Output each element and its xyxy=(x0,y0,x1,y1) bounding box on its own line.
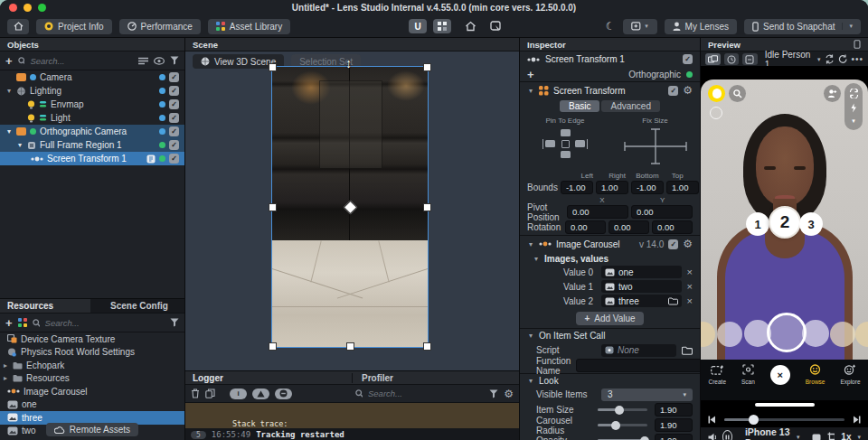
lens-carousel-item[interactable] xyxy=(855,322,868,347)
resource-row-folder[interactable]: ▸ Echopark xyxy=(0,359,184,372)
folder-icon[interactable] xyxy=(682,346,693,355)
preview-mode-device-icon[interactable] xyxy=(742,53,758,65)
remote-assets-button[interactable]: Remote Assets xyxy=(46,423,138,436)
step-forward-icon[interactable] xyxy=(852,416,861,424)
lens-carousel-item[interactable] xyxy=(701,322,715,347)
home-button[interactable] xyxy=(7,19,29,34)
collapse-arrow-icon[interactable]: ▾ xyxy=(527,87,534,95)
handle-bottom-left[interactable] xyxy=(269,342,277,351)
handle-bottom-right[interactable] xyxy=(423,342,431,351)
capture-home-icon[interactable] xyxy=(465,21,476,32)
rotation-x-input[interactable] xyxy=(565,220,606,234)
expand-arrow-icon[interactable]: ▾ xyxy=(5,127,13,136)
expand-arrow-icon[interactable]: ▾ xyxy=(5,87,13,95)
asset-library-button[interactable]: Asset Library xyxy=(208,19,290,34)
carousel-radius-input[interactable] xyxy=(655,418,693,432)
expand-arrow-icon[interactable]: ▸ xyxy=(2,361,9,370)
camera-view[interactable]: ▾ 1 2 3 xyxy=(701,80,868,360)
visibility-dot[interactable] xyxy=(159,155,165,162)
add-value-button[interactable]: + Add Value xyxy=(576,312,643,325)
object-row-full-frame-region[interactable]: ▾ Full Frame Region 1 xyxy=(0,138,184,152)
chevron-down-icon[interactable]: ▾ xyxy=(852,117,855,125)
reset-preview-icon[interactable] xyxy=(838,54,848,64)
remove-value-icon[interactable]: × xyxy=(687,267,693,277)
filter-funnel-icon[interactable] xyxy=(489,389,498,398)
object-row-light[interactable]: Light xyxy=(0,111,184,125)
pin-to-edge-widget[interactable]: Pin To Edge xyxy=(520,117,610,160)
add-panel-button[interactable]: ▾ xyxy=(623,19,657,34)
enabled-checkbox[interactable] xyxy=(169,86,179,96)
add-object-icon[interactable]: + xyxy=(5,54,13,68)
tab-profiler[interactable]: Profiler xyxy=(352,373,519,383)
select-tool-icon[interactable] xyxy=(490,21,502,32)
tree-view-icon[interactable] xyxy=(138,57,148,65)
handle-mid-left[interactable] xyxy=(269,203,277,211)
enabled-checkbox[interactable] xyxy=(169,72,179,82)
pin-left-icon[interactable] xyxy=(542,139,555,149)
enabled-checkbox[interactable] xyxy=(169,154,179,164)
visibility-dot[interactable] xyxy=(159,74,165,80)
images-values-header[interactable]: ▾ Images, values xyxy=(520,252,700,265)
send-options-chevron-icon[interactable]: ▾ xyxy=(842,23,853,30)
speaker-icon[interactable] xyxy=(708,433,716,440)
bounds-left-input[interactable] xyxy=(561,181,593,194)
visible-items-dropdown[interactable]: 3 ▾ xyxy=(601,389,693,401)
flip-camera-icon[interactable] xyxy=(849,89,859,98)
u-mode-button[interactable]: U xyxy=(409,19,427,33)
search-overlay-icon[interactable] xyxy=(729,85,746,102)
carousel-item-3[interactable]: 3 xyxy=(799,212,823,236)
enabled-checkbox[interactable] xyxy=(169,99,179,109)
clear-log-trash-icon[interactable] xyxy=(191,389,200,398)
visibility-dot[interactable] xyxy=(159,142,165,148)
visibility-eye-icon[interactable] xyxy=(154,57,165,65)
send-to-snapchat-button[interactable]: Send to Snapchat ▾ xyxy=(744,19,861,34)
bounds-right-input[interactable] xyxy=(596,181,628,194)
device-dropdown[interactable]: iPhone 13 Pro xyxy=(745,426,790,440)
collapse-arrow-icon[interactable]: ▾ xyxy=(527,377,534,385)
pin-center-icon[interactable] xyxy=(561,140,570,148)
theme-moon-icon[interactable]: ☾ xyxy=(606,20,616,33)
lens-carousel-item[interactable] xyxy=(802,320,829,347)
zoom-dropdown[interactable]: 1x xyxy=(841,432,851,440)
component-settings-gear-icon[interactable]: ⚙ xyxy=(683,238,693,250)
lens-carousel-item-active[interactable] xyxy=(767,313,807,352)
lens-carousel-item[interactable] xyxy=(717,322,742,347)
handle-top-left[interactable] xyxy=(269,63,277,71)
log-error-toggle[interactable] xyxy=(275,389,292,399)
log-warning-toggle[interactable] xyxy=(252,389,269,399)
object-enabled-checkbox[interactable] xyxy=(683,54,693,64)
resources-search[interactable] xyxy=(33,317,165,329)
object-row-lighting[interactable]: ▾ Lighting xyxy=(0,84,184,98)
visibility-dot[interactable] xyxy=(159,128,165,135)
pivot-x-input[interactable] xyxy=(567,205,628,219)
visibility-dot[interactable] xyxy=(159,101,165,108)
object-row-orthographic-camera[interactable]: ▾ Orthographic Camera xyxy=(0,125,184,138)
grid-mode-button[interactable] xyxy=(433,19,451,33)
collapse-arrow-icon[interactable]: ▾ xyxy=(533,255,540,263)
on-item-set-header[interactable]: ▾ On Item Set Call xyxy=(520,329,700,342)
logger-search[interactable] xyxy=(355,388,484,399)
copy-log-icon[interactable] xyxy=(205,389,215,398)
pin-bottom-icon[interactable] xyxy=(561,151,571,158)
collapse-arrow-icon[interactable]: ▾ xyxy=(527,240,534,248)
add-component-button[interactable]: + xyxy=(527,68,534,81)
create-action[interactable]: Create xyxy=(708,364,726,385)
preview-mode-camera-icon[interactable] xyxy=(705,53,721,65)
pin-top-icon[interactable] xyxy=(561,129,571,136)
add-friend-icon[interactable] xyxy=(824,85,841,102)
enabled-checkbox[interactable] xyxy=(169,113,179,123)
playback-slider[interactable] xyxy=(724,418,844,421)
resources-search-input[interactable] xyxy=(43,317,165,329)
objects-search-input[interactable] xyxy=(28,55,133,67)
handle-bottom-center[interactable] xyxy=(346,342,354,351)
expand-arrow-icon[interactable]: ▸ xyxy=(2,374,9,382)
filter-funnel-icon[interactable] xyxy=(170,318,179,327)
component-enabled-checkbox[interactable] xyxy=(668,86,678,96)
sync-arrows-icon[interactable] xyxy=(825,54,835,64)
performance-button[interactable]: Performance xyxy=(119,19,201,34)
carousel-radius-slider[interactable] xyxy=(598,424,647,426)
bounds-bottom-input[interactable] xyxy=(631,181,664,194)
component-settings-gear-icon[interactable]: ⚙ xyxy=(683,84,693,97)
look-header[interactable]: ▾ Look xyxy=(520,374,700,387)
handle-top-right[interactable] xyxy=(423,63,431,71)
